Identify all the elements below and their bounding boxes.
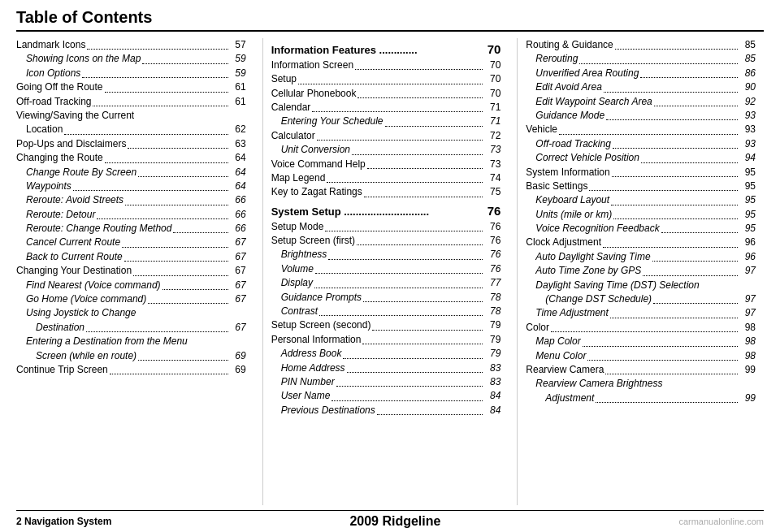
list-item: Off-road Tracking93	[526, 137, 756, 151]
section-page-number: 76	[488, 202, 501, 220]
dots	[312, 101, 483, 112]
list-item: Voice Recognition Feedback95	[526, 222, 756, 236]
page-number: 57	[230, 38, 246, 52]
page-number: 66	[230, 193, 246, 207]
dots	[653, 292, 738, 304]
list-item: Back to Current Route67	[16, 250, 246, 264]
list-item: Unit Conversion73	[271, 143, 501, 157]
entry-label: Setup	[271, 72, 297, 86]
list-item: Changing Your Destination67	[16, 264, 246, 278]
entry-label: Personal Information	[271, 333, 362, 347]
list-item: Rearview Camera99	[526, 363, 756, 377]
list-item: Key to Zagat Ratings75	[271, 185, 501, 199]
list-item: Brightness76	[271, 248, 501, 262]
page-number: 93	[739, 137, 756, 151]
dots	[128, 137, 228, 149]
entry-label: Rearview Camera Brightness	[535, 377, 662, 391]
dots	[363, 291, 483, 302]
page-number: 61	[230, 95, 246, 109]
page-number: 85	[739, 52, 756, 66]
list-item: Rerouting85	[526, 52, 756, 66]
dots	[613, 137, 738, 149]
list-item: Auto Time Zone by GPS97	[526, 264, 756, 278]
page-number: 73	[484, 158, 500, 171]
page-number: 69	[230, 363, 246, 377]
entry-label: Screen (while en route)	[36, 349, 136, 363]
list-item: Rearview Camera Brightness	[526, 377, 756, 391]
dots	[652, 250, 738, 262]
section-header: Information Features .............70	[271, 41, 501, 58]
entry-label: Off-road Tracking	[16, 95, 91, 109]
entry-label: Vehicle	[526, 123, 557, 136]
dots	[362, 333, 483, 344]
dots	[367, 158, 483, 169]
dots	[86, 321, 228, 332]
dots	[640, 67, 738, 78]
dots	[142, 52, 228, 63]
entry-label: Setup Screen (second)	[271, 318, 371, 332]
list-item: Voice Command Help73	[271, 158, 501, 171]
page-number: 99	[739, 363, 756, 377]
page: Table of Contents Landmark Icons57Showin…	[0, 0, 780, 532]
list-item: Location62	[16, 123, 246, 136]
list-item: System Information95	[526, 166, 756, 179]
dots	[328, 248, 483, 259]
dots	[82, 67, 228, 78]
entry-label: Destination	[36, 321, 84, 335]
entry-label: Key to Zagat Ratings	[271, 185, 362, 199]
entry-label: Reroute: Change Routing Method	[26, 222, 171, 236]
entry-label: Edit Waypoint Search Area	[535, 95, 652, 109]
page-number: 64	[230, 179, 246, 193]
page-number: 76	[484, 220, 500, 234]
dots	[559, 123, 738, 134]
page-number: 96	[739, 236, 756, 249]
page-number: 86	[739, 67, 756, 80]
footer: 2 Navigation System 2009 Ridgeline carma…	[16, 510, 764, 532]
dots	[332, 389, 483, 400]
page-number: 63	[230, 137, 246, 151]
entry-label: Map Legend	[271, 171, 326, 185]
list-item: Basic Settings95	[526, 179, 756, 193]
list-item: Calendar71	[271, 101, 501, 115]
page-number: 90	[739, 80, 756, 94]
dots	[173, 222, 228, 233]
dots	[125, 193, 228, 205]
dots	[583, 335, 738, 346]
page-number: 66	[230, 222, 246, 236]
list-item: Guidance Mode93	[526, 109, 756, 123]
page-number: 93	[739, 123, 756, 136]
list-item: Find Nearest (Voice command)67	[16, 279, 246, 292]
list-item: Adjustment99	[526, 391, 756, 405]
dots	[327, 171, 483, 183]
entry-label: Rearview Camera	[526, 363, 604, 377]
dots	[589, 179, 738, 191]
entry-label: Previous Destinations	[281, 404, 375, 417]
entry-label: Location	[26, 123, 63, 136]
entry-label: Keyboard Layout	[535, 193, 609, 207]
list-item: User Name84	[271, 389, 501, 403]
dots	[110, 363, 228, 374]
page-number: 79	[484, 318, 500, 332]
page-number: 64	[230, 166, 246, 179]
entry-label: Units (mile or km)	[535, 208, 612, 222]
page-number: 95	[739, 222, 756, 236]
page-number: 79	[484, 347, 500, 361]
page-number: 83	[484, 361, 500, 375]
page-number: 79	[484, 333, 500, 347]
entry-label: Clock Adjustment	[526, 236, 601, 249]
dots	[64, 123, 228, 134]
page-number: 95	[739, 208, 756, 222]
list-item: Volume76	[271, 262, 501, 276]
section-page-number: 70	[488, 41, 501, 58]
dots	[605, 363, 738, 374]
page-number: 84	[484, 389, 500, 403]
list-item: Guidance Prompts78	[271, 291, 501, 305]
entry-label: Entering a Destination from the Menu	[26, 335, 188, 348]
list-item: Menu Color98	[526, 349, 756, 363]
dots	[612, 166, 738, 177]
entry-label: Cancel Current Route	[26, 236, 120, 249]
list-item: Reroute: Change Routing Method66	[16, 222, 246, 236]
list-item: Icon Options59	[16, 67, 246, 80]
entry-label: Reroute: Avoid Streets	[26, 193, 124, 207]
entry-label: Back to Current Route	[26, 250, 123, 264]
